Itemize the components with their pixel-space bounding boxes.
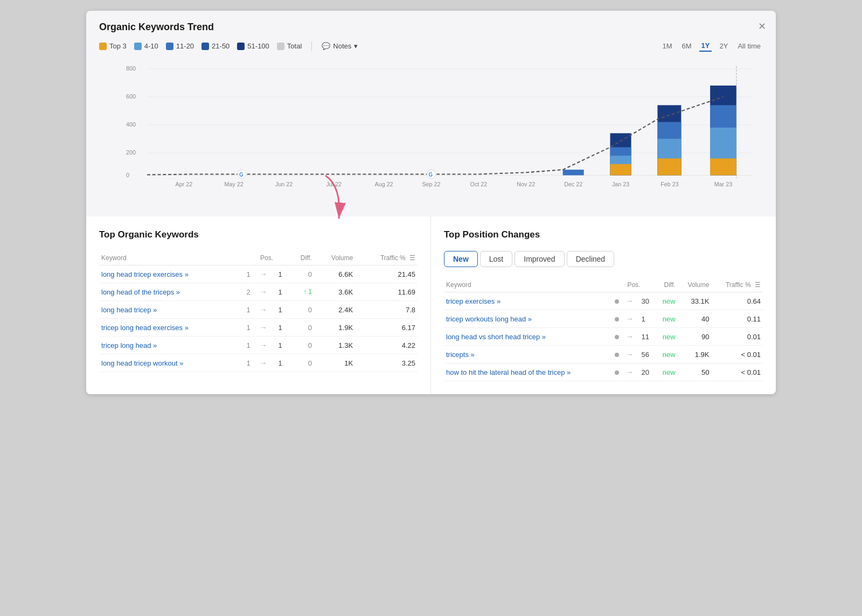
table-row: long head vs short head tricep » → 11 ne… [444,328,763,346]
svg-text:Dec 22: Dec 22 [564,181,582,187]
trend-chart: 800 600 400 200 0 [126,60,757,195]
tab-declined[interactable]: Declined [567,251,614,267]
table-row: long head tricep » 1 → 1 0 2.4K 7.8 [99,301,418,319]
kw-cell[interactable]: long head of the triceps » [99,283,245,301]
kw-cell[interactable]: long head tricep » [99,301,245,319]
notes-icon: 💬 [322,42,330,50]
table-row: long head of the triceps » 2 → 1 ↑ 1 3.6… [99,283,418,301]
pc-kw-cell[interactable]: long head vs short head tricep » [444,328,613,346]
col-pos: Pos. [245,251,289,265]
kw-cell[interactable]: tricep long head exercises » [99,319,245,337]
bottom-sections: Top Organic Keywords Keyword Pos. Diff. … [86,216,776,394]
time-buttons: 1M6M1Y2YAll time [660,40,763,52]
notes-label: Notes [333,42,351,50]
svg-text:May 22: May 22 [225,181,244,187]
position-section-title: Top Position Changes [444,229,763,240]
pc-kw-cell[interactable]: tricep workouts long head » [444,310,613,328]
legend-item-top-3[interactable]: Top 3 [99,42,127,50]
svg-text:Aug 22: Aug 22 [375,181,393,187]
svg-text:Jul 22: Jul 22 [326,181,342,187]
chart-container: 800 600 400 200 0 [99,60,763,211]
table-row: tricep exercises » → 30 new 33.1K 0.64 [444,292,763,310]
pc-col-keyword: Keyword [444,278,613,292]
time-btn-2y[interactable]: 2Y [717,41,730,51]
svg-text:Oct 22: Oct 22 [470,181,488,187]
legend-checkbox[interactable] [134,43,142,50]
kw-cell[interactable]: long head tricep workout » [99,354,245,372]
pc-col-traffic: Traffic % ☰ [711,278,763,292]
notes-chevron-icon: ▾ [354,42,358,50]
position-table: Keyword Pos. Diff. Volume Traffic % ☰ tr… [444,278,763,381]
svg-text:Jun 22: Jun 22 [275,181,293,187]
pc-kw-cell[interactable]: tricep exercises » [444,292,613,310]
col-volume: Volume [314,251,355,265]
legend-checkbox[interactable] [99,43,107,50]
svg-text:Jan 23: Jan 23 [612,181,629,187]
svg-rect-14 [610,164,631,176]
svg-text:800: 800 [126,65,136,71]
svg-rect-22 [710,158,736,175]
svg-text:600: 600 [126,93,136,100]
table-row: tricep long head exercises » 1 → 1 0 1.9… [99,319,418,337]
svg-text:G: G [429,171,433,177]
tab-lost[interactable]: Lost [480,251,512,267]
col-traffic: Traffic % ☰ [355,251,418,265]
legend-checkbox[interactable] [201,43,209,50]
table-row: tricep workouts long head » → 1 new 40 0… [444,310,763,328]
legend-checkbox[interactable] [277,43,284,50]
keywords-table: Keyword Pos. Diff. Volume Traffic % ☰ lo… [99,251,418,372]
legend-item-21-50[interactable]: 21-50 [201,42,230,50]
kw-cell[interactable]: tricep long head » [99,337,245,354]
time-btn-all-time[interactable]: All time [735,41,763,51]
keywords-section: Top Organic Keywords Keyword Pos. Diff. … [86,216,431,394]
legend-checkbox[interactable] [166,43,173,50]
svg-text:Feb 23: Feb 23 [661,181,678,187]
keywords-section-title: Top Organic Keywords [99,229,418,240]
trend-controls: Top 34-1011-2021-5051-100Total 💬 Notes ▾… [99,40,763,52]
svg-text:Sep 22: Sep 22 [422,181,440,187]
legend-checkbox[interactable] [237,43,245,50]
legend-item-11-20[interactable]: 11-20 [166,42,194,50]
svg-rect-18 [657,158,681,175]
col-diff: Diff. [289,251,314,265]
time-btn-6m[interactable]: 6M [680,41,694,51]
trend-title: Organic Keywords Trend [99,22,763,33]
trend-section: Organic Keywords Trend ✕ Top 34-1011-202… [86,11,776,216]
position-tab-group: NewLostImprovedDeclined [444,251,763,267]
pc-kw-cell[interactable]: tricepts » [444,346,613,363]
table-row: how to hit the lateral head of the trice… [444,363,763,381]
main-card: Organic Keywords Trend ✕ Top 34-1011-202… [86,11,776,394]
legend-item-51-100[interactable]: 51-100 [237,42,269,50]
col-keyword: Keyword [99,251,245,265]
pc-col-diff: Diff. [655,278,678,292]
svg-text:0: 0 [126,171,129,178]
close-button[interactable]: ✕ [758,20,766,32]
svg-text:Apr 22: Apr 22 [176,181,193,187]
notes-button[interactable]: 💬 Notes ▾ [322,42,358,50]
svg-rect-10 [563,170,584,175]
svg-text:200: 200 [126,149,136,156]
time-btn-1y[interactable]: 1Y [699,40,712,52]
svg-text:400: 400 [126,121,136,128]
table-row: tricepts » → 56 new 1.9K < 0.01 [444,346,763,363]
table-row: tricep long head » 1 → 1 0 1.3K 4.22 [99,337,418,354]
tab-new[interactable]: New [444,251,478,267]
pc-col-pos: Pos. [613,278,655,292]
time-btn-1m[interactable]: 1M [660,41,674,51]
pc-kw-cell[interactable]: how to hit the lateral head of the trice… [444,363,613,381]
pc-col-volume: Volume [678,278,712,292]
kw-cell[interactable]: long head tricep exercises » [99,265,245,283]
legend-item-total[interactable]: Total [277,42,302,50]
legend-items: Top 34-1011-2021-5051-100Total 💬 Notes ▾ [99,41,358,51]
legend-separator [311,41,312,51]
tab-improved[interactable]: Improved [515,251,564,267]
table-row: long head tricep exercises » 1 → 1 0 6.6… [99,265,418,283]
legend-item-4-10[interactable]: 4-10 [134,42,158,50]
svg-text:Mar 23: Mar 23 [714,181,732,187]
svg-text:G: G [239,171,244,177]
svg-text:Nov 22: Nov 22 [517,181,535,187]
table-row: long head tricep workout » 1 → 1 0 1K 3.… [99,354,418,372]
position-section: Top Position Changes NewLostImprovedDecl… [431,216,776,394]
